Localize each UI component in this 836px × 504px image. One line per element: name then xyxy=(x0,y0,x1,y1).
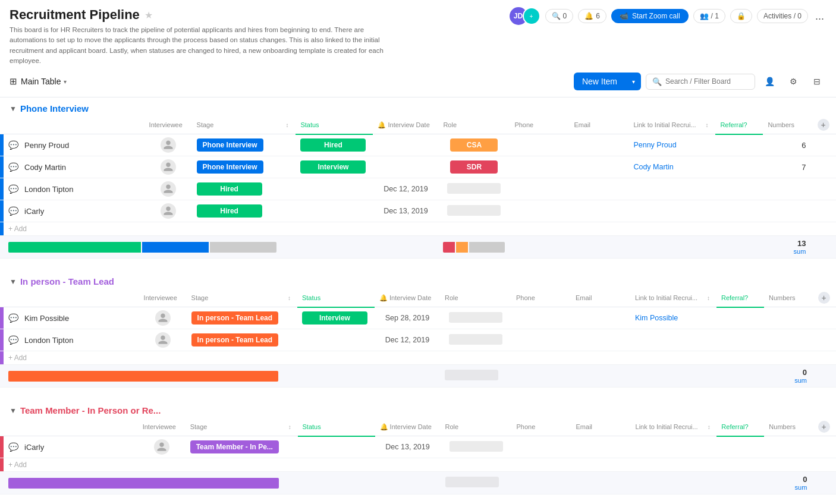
interview-date-cell: Sep 28, 2019 xyxy=(375,307,440,329)
chat-icon[interactable]: 💬 xyxy=(8,313,18,323)
group-in-person-header[interactable]: ▼ In person - Team Lead xyxy=(0,270,836,289)
row-name-cell: 💬 Kim Possible xyxy=(4,307,139,329)
group-phone-interview-header[interactable]: ▼ Phone Interview xyxy=(0,97,836,116)
chat-icon[interactable]: 💬 xyxy=(8,162,18,172)
star-icon[interactable]: ★ xyxy=(144,10,153,21)
table-row: 💬 Kim Possible In person - Team Lead Int… xyxy=(0,307,836,329)
search-filter-box[interactable]: 🔍 xyxy=(646,74,755,90)
chat-icon[interactable]: 💬 xyxy=(8,335,18,345)
main-table-button[interactable]: Main Table ▾ xyxy=(21,77,67,86)
sum-bar-cell xyxy=(4,472,284,494)
sum-spacer xyxy=(702,365,716,388)
start-zoom-button[interactable]: 📹 Start Zoom call xyxy=(611,9,689,23)
link-cell[interactable]: Kim Possible xyxy=(630,307,702,329)
group-phone-interview: ▼ Phone Interview Interviewee Stage ↕ St… xyxy=(0,97,836,259)
chat-icon[interactable]: 💬 xyxy=(8,184,18,194)
person-icon-button[interactable]: 👤 xyxy=(760,72,779,91)
sum-spacer xyxy=(375,472,441,494)
toolbar-right: New Item ▾ 🔍 👤 ⚙ ⊟ xyxy=(574,72,826,91)
table-header-row: Interviewee Stage ↕ Status 🔔 Interview D… xyxy=(0,289,836,307)
th-numbers: Numbers xyxy=(763,116,810,134)
add-column-btn[interactable]: + xyxy=(818,119,829,131)
row-name: iCarly xyxy=(24,443,44,452)
th-name xyxy=(4,418,138,436)
lock-button[interactable]: 🔒 xyxy=(730,9,752,23)
th-add: + xyxy=(812,289,836,307)
conversations-button[interactable]: 🔍 0 xyxy=(545,9,574,23)
referral-cell xyxy=(716,436,764,458)
group-toggle-icon[interactable]: ▼ xyxy=(10,407,17,415)
new-item-arrow-icon: ▾ xyxy=(626,74,641,89)
group-title: In person - Team Lead xyxy=(20,276,114,286)
table-row: 💬 Cody Martin Phone Interview Interview xyxy=(0,156,836,178)
row-name: Cody Martin xyxy=(24,163,66,172)
group-toggle-icon[interactable]: ▼ xyxy=(10,105,17,113)
table-row: 💬 London Tipton In person - Team Lead De… xyxy=(0,329,836,351)
th-sort: ↕ xyxy=(284,418,298,436)
stage-cell: Hired xyxy=(192,178,281,200)
stage-cell: Phone Interview xyxy=(192,156,281,178)
search-input[interactable] xyxy=(665,77,749,86)
chat-icon[interactable]: 💬 xyxy=(8,442,18,452)
role-cell: CSA xyxy=(438,134,510,156)
th-numbers: Numbers xyxy=(764,289,812,307)
chat-icon[interactable]: 💬 xyxy=(8,140,18,150)
settings-icon-button[interactable]: ⚙ xyxy=(784,72,803,91)
activities-button[interactable]: Activities / 0 xyxy=(757,9,808,23)
add-cell[interactable]: + Add xyxy=(4,458,836,472)
sum-spacer xyxy=(630,365,702,388)
filter-icon-button[interactable]: ⊟ xyxy=(807,72,826,91)
zoom-label: Start Zoom call xyxy=(632,12,680,20)
more-button[interactable]: ... xyxy=(813,8,826,25)
group-team-member-header[interactable]: ▼ Team Member - In Person or Re... xyxy=(0,399,836,418)
group-in-person-table: Interviewee Stage ↕ Status 🔔 Interview D… xyxy=(0,289,836,388)
table-row: 💬 London Tipton Hired Dec 12, 2019 xyxy=(0,178,836,200)
interviewee-cell xyxy=(144,200,192,222)
interviewee-cell xyxy=(138,436,186,458)
add-cell[interactable]: + Add xyxy=(4,222,836,236)
add-link[interactable]: + Add xyxy=(8,354,27,362)
group-phone-interview-table: Interviewee Stage ↕ Status 🔔 Interview D… xyxy=(0,116,836,259)
new-item-button[interactable]: New Item ▾ xyxy=(574,73,641,90)
numbers-cell: 7 xyxy=(763,156,810,178)
stage-badge: In person - Team Lead xyxy=(191,311,278,325)
add-cell[interactable]: + Add xyxy=(4,351,836,365)
sum-spacer xyxy=(628,236,700,259)
chat-icon[interactable]: 💬 xyxy=(8,206,18,216)
referral-cell xyxy=(715,134,763,156)
numbers-cell xyxy=(764,436,812,458)
link-cell[interactable]: Penny Proud xyxy=(628,134,700,156)
referral-cell xyxy=(715,156,763,178)
team-button[interactable]: 👥 / 1 xyxy=(693,9,725,23)
ref-sort-cell xyxy=(701,156,716,178)
sum-spacer xyxy=(373,236,438,259)
link-cell xyxy=(631,436,703,458)
summary-row: 0 sum xyxy=(0,472,836,494)
action-cell xyxy=(812,436,836,458)
add-link[interactable]: + Add xyxy=(8,461,27,469)
add-row: + Add xyxy=(0,351,836,365)
th-name xyxy=(4,116,144,134)
role-cell xyxy=(440,329,511,351)
interview-date-cell: Dec 12, 2019 xyxy=(375,329,440,351)
numbers-cell xyxy=(763,200,810,222)
new-item-label: New Item xyxy=(574,73,626,90)
toolbar: ⊞ Main Table ▾ New Item ▾ 🔍 👤 ⚙ ⊟ xyxy=(0,66,836,97)
th-role: Role xyxy=(441,418,512,436)
sort-cell xyxy=(284,436,298,458)
add-column-btn[interactable]: + xyxy=(818,292,830,304)
status-badge: Hired xyxy=(300,138,366,152)
th-referral: Referral? xyxy=(715,116,763,134)
sum-spacer xyxy=(281,236,296,259)
stage-badge: Phone Interview xyxy=(197,160,263,174)
add-link[interactable]: + Add xyxy=(8,225,27,233)
updates-button[interactable]: 🔔 6 xyxy=(578,9,606,23)
group-toggle-icon[interactable]: ▼ xyxy=(10,278,17,286)
link-cell xyxy=(628,178,700,200)
link-cell[interactable]: Cody Martin xyxy=(628,156,700,178)
interview-date-cell xyxy=(373,156,438,178)
ref-sort-cell xyxy=(702,329,716,351)
add-column-btn[interactable]: + xyxy=(818,421,830,433)
th-interviewee: Interviewee xyxy=(139,289,187,307)
action-cell xyxy=(812,307,836,329)
